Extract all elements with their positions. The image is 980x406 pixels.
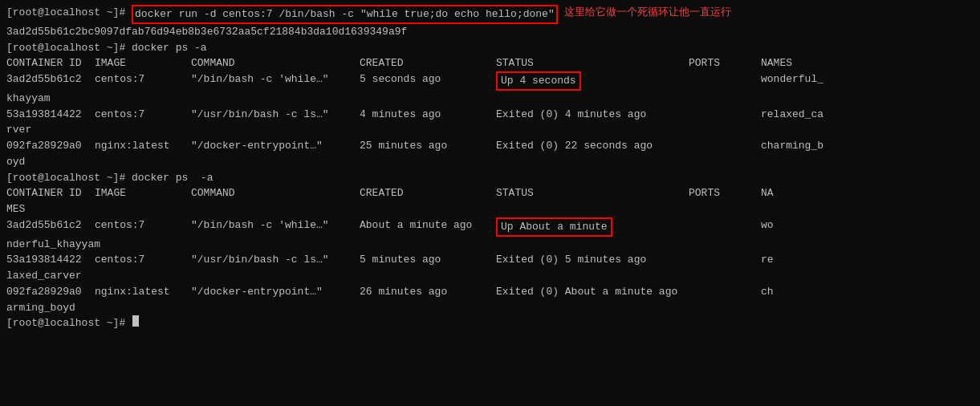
command-1: "/bin/bash -c 'while…" <box>191 71 360 91</box>
t2-container-id-1: 3ad2d55b61c2 <box>6 217 95 237</box>
status-1: Up 4 seconds <box>496 71 689 91</box>
table1-header: CONTAINER ID IMAGE COMMAND CREATED STATU… <box>6 55 974 71</box>
t2-image-2: centos:7 <box>95 252 191 268</box>
t2-names-2: re <box>761 252 774 268</box>
names-3-cont: oyd <box>6 154 25 170</box>
comment-1: 这里给它做一个死循环让他一直运行 <box>558 5 731 24</box>
status-3: Exited (0) 22 seconds ago <box>496 138 689 154</box>
container-id-3: 092fa28929a0 <box>6 138 95 154</box>
t2-container-id-3: 092fa28929a0 <box>6 284 95 300</box>
command-3: "/docker-entrypoint…" <box>191 138 360 154</box>
final-prompt: [root@localhost ~]# <box>6 315 132 331</box>
container-id-1: 3ad2d55b61c2 <box>6 71 95 91</box>
t2-names-3: ch <box>761 284 774 300</box>
names-1: wonderful_ <box>761 71 823 91</box>
created-2: 4 minutes ago <box>360 107 496 123</box>
col-header-image: IMAGE <box>95 55 191 71</box>
final-prompt-line: [root@localhost ~]# <box>6 315 974 331</box>
t2-command-2: "/usr/bin/bash -c ls…" <box>191 252 360 268</box>
status-box-2: Up About a minute <box>496 217 612 237</box>
col-header-created: CREATED <box>360 55 496 71</box>
table1-row3: 092fa28929a0 nginx:latest "/docker-entry… <box>6 138 974 154</box>
col-header-status: STATUS <box>496 55 689 71</box>
table1-row1-cont: khayyam <box>6 91 974 107</box>
t2-col-header-image: IMAGE <box>95 185 191 201</box>
t2-created-2: 5 minutes ago <box>360 252 496 268</box>
col-header-container-id: CONTAINER ID <box>6 55 95 71</box>
t2-ports-2 <box>689 252 761 268</box>
command-line-2: [root@localhost ~]# docker ps -a <box>6 40 974 56</box>
status-box-1: Up 4 seconds <box>496 71 581 91</box>
t2-header-mes: MES <box>6 201 25 217</box>
terminal: [root@localhost ~]# docker run -d centos… <box>0 0 980 406</box>
prompt-1: [root@localhost ~]# <box>6 5 132 24</box>
col-header-names: NAMES <box>761 55 792 71</box>
t2-status-2: Exited (0) 5 minutes ago <box>496 252 689 268</box>
ports-2 <box>689 107 761 123</box>
cursor <box>132 315 139 327</box>
t2-col-header-ports: PORTS <box>689 185 761 201</box>
container-id-2: 53a193814422 <box>6 107 95 123</box>
status-2: Exited (0) 4 minutes ago <box>496 107 689 123</box>
table1-row2: 53a193814422 centos:7 "/usr/bin/bash -c … <box>6 107 974 123</box>
hash-text: 3ad2d55b61c2bc9097dfab76d94eb8b3e6732aa5… <box>6 24 407 40</box>
col-header-command: COMMAND <box>191 55 360 71</box>
t2-status-3: Exited (0) About a minute ago <box>496 284 689 300</box>
t2-names-1: wo <box>761 217 774 237</box>
col-header-ports: PORTS <box>689 55 761 71</box>
t2-command-1: "/bin/bash -c 'while…" <box>191 217 360 237</box>
prompt-2: [root@localhost ~]# docker ps -a <box>6 40 207 56</box>
t2-image-3: nginx:latest <box>95 284 191 300</box>
table1-row3-cont: oyd <box>6 154 974 170</box>
t2-names-3-cont: arming_boyd <box>6 300 75 316</box>
image-1: centos:7 <box>95 71 191 91</box>
t2-col-header-created: CREATED <box>360 185 496 201</box>
table2-header: CONTAINER ID IMAGE COMMAND CREATED STATU… <box>6 185 974 201</box>
ports-1 <box>689 71 761 91</box>
command-line-3: [root@localhost ~]# docker ps -a <box>6 170 974 186</box>
t2-container-id-2: 53a193814422 <box>6 252 95 268</box>
table1-row1: 3ad2d55b61c2 centos:7 "/bin/bash -c 'whi… <box>6 71 974 91</box>
t2-col-header-status: STATUS <box>496 185 689 201</box>
t2-col-header-names: NA <box>761 185 774 201</box>
t2-created-3: 26 minutes ago <box>360 284 496 300</box>
names-3: charming_b <box>761 138 823 154</box>
table2-row3: 092fa28929a0 nginx:latest "/docker-entry… <box>6 284 974 300</box>
table2-row2: 53a193814422 centos:7 "/usr/bin/bash -c … <box>6 252 974 268</box>
t2-created-1: About a minute ago <box>360 217 496 237</box>
t2-col-header-command: COMMAND <box>191 185 360 201</box>
t2-image-1: centos:7 <box>95 217 191 237</box>
table2-row1-cont: nderful_khayyam <box>6 237 974 253</box>
prompt-3: [root@localhost ~]# docker ps -a <box>6 170 213 186</box>
t2-names-1-cont: nderful_khayyam <box>6 237 100 253</box>
table2-row3-cont: arming_boyd <box>6 300 974 316</box>
command-2: "/usr/bin/bash -c ls…" <box>191 107 360 123</box>
names-2: relaxed_ca <box>761 107 823 123</box>
created-3: 25 minutes ago <box>360 138 496 154</box>
ports-3 <box>689 138 761 154</box>
names-1-cont: khayyam <box>6 91 51 107</box>
hash-output: 3ad2d55b61c2bc9097dfab76d94eb8b3e6732aa5… <box>6 24 974 40</box>
command-line-1: [root@localhost ~]# docker run -d centos… <box>6 5 974 24</box>
table2-header-cont: MES <box>6 201 974 217</box>
image-2: centos:7 <box>95 107 191 123</box>
docker-run-cmd: docker run -d centos:7 /bin/bash -c "whi… <box>132 5 558 24</box>
t2-status-1: Up About a minute <box>496 217 689 237</box>
table1-row2-cont: rver <box>6 122 974 138</box>
t2-command-3: "/docker-entrypoint…" <box>191 284 360 300</box>
t2-names-2-cont: laxed_carver <box>6 268 82 284</box>
t2-ports-1 <box>689 217 761 237</box>
table2-row1: 3ad2d55b61c2 centos:7 "/bin/bash -c 'whi… <box>6 217 974 237</box>
names-2-cont: rver <box>6 122 31 138</box>
created-1: 5 seconds ago <box>360 71 496 91</box>
table2-row2-cont: laxed_carver <box>6 268 974 284</box>
image-3: nginx:latest <box>95 138 191 154</box>
t2-col-header-container-id: CONTAINER ID <box>6 185 95 201</box>
t2-ports-3 <box>689 284 761 300</box>
